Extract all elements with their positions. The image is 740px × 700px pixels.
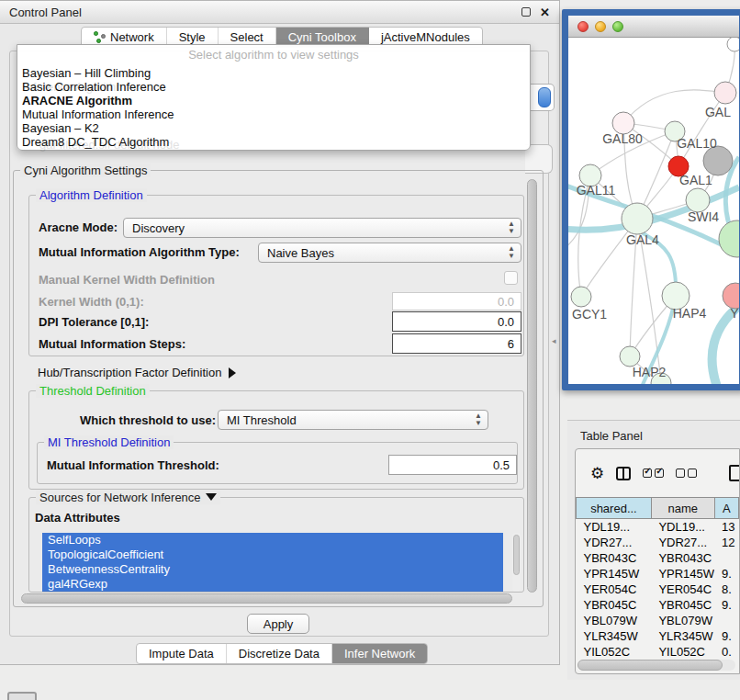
table-row[interactable]: YIL052C YIL052C 0. <box>577 644 739 660</box>
algorithm-option[interactable]: Mutual Information Inference <box>22 107 525 121</box>
close-window-icon[interactable] <box>577 21 589 32</box>
mi-type-combo[interactable]: Naive Bayes ▲▼ <box>258 243 521 263</box>
expand-right-icon <box>229 367 236 378</box>
attribute-list-scrollbar[interactable] <box>512 533 521 592</box>
manual-kernel-checkbox[interactable] <box>504 271 518 285</box>
bottom-corner-icon[interactable] <box>7 692 37 700</box>
attribute-item-selected[interactable]: BetweennessCentrality <box>42 562 503 577</box>
export-table-icon[interactable] <box>729 465 740 481</box>
table-row[interactable]: YER054C YER054C 8. <box>577 581 739 597</box>
tab-infer-network[interactable]: Infer Network <box>332 644 427 663</box>
network-window-titlebar <box>568 16 739 38</box>
network-view-window: GALGAL80GAL10GAL1GAL11SWI4GAL4GCY1HAP4YH… <box>562 9 740 390</box>
control-panel-titlebar: Control Panel ✕ <box>0 1 559 24</box>
table-toolbar: ⚙ <box>576 449 739 497</box>
table-row[interactable]: YLR345W YLR345W 9. <box>577 628 739 644</box>
algorithm-option[interactable]: Bayesian – K2 <box>22 121 525 135</box>
network-node <box>620 346 640 367</box>
table-panel-title: Table Panel <box>580 429 643 443</box>
network-node-label: GAL11 <box>577 183 616 198</box>
zoom-window-icon[interactable] <box>612 21 623 32</box>
dpi-tolerance-label: DPI Tolerance [0,1]: <box>39 315 149 329</box>
data-attributes-list: SelfLoops TopologicalCoefficient Between… <box>42 533 512 592</box>
float-panel-icon[interactable] <box>521 7 531 17</box>
algorithm-option[interactable]: Basic Correlation Inference <box>22 80 525 94</box>
table-horizontal-scrollbar[interactable] <box>577 660 735 671</box>
data-attributes-label: Data Attributes <box>35 511 120 525</box>
table-row[interactable]: YBR045C YBR045C 9. <box>577 597 739 613</box>
mi-steps-field[interactable]: 6 <box>392 333 521 354</box>
deselect-all-icon[interactable] <box>676 469 697 478</box>
table-row[interactable]: YPR145W YPR145W 9. <box>577 566 739 581</box>
sources-legend[interactable]: Sources for Network Inference <box>36 491 220 504</box>
network-node <box>719 220 739 257</box>
tab-impute-data[interactable]: Impute Data <box>137 644 227 663</box>
threshold-definition-legend: Threshold Definition <box>36 384 150 398</box>
attribute-item-selected[interactable]: SelfLoops <box>42 533 503 548</box>
algorithm-placeholder: Select algorithm to view settings <box>17 48 530 62</box>
column-header-partial[interactable]: A <box>714 498 738 519</box>
kernel-width-field[interactable]: 0.0 <box>392 292 521 310</box>
bottom-tab-bar: Impute Data Discretize Data Infer Networ… <box>136 643 428 664</box>
which-threshold-label: Which threshold to use: <box>80 413 216 427</box>
table-row[interactable]: YBR043C YBR043C <box>577 550 739 566</box>
column-header-shared-name[interactable]: shared... <box>577 498 652 519</box>
control-panel-window: Control Panel ✕ Network Style Select Cyn… <box>0 0 560 665</box>
hub-definition-toggle[interactable]: Hub/Transcription Factor Definition <box>38 366 236 379</box>
network-node-label: Y <box>730 306 739 321</box>
select-all-icon[interactable] <box>643 469 664 478</box>
settings-vertical-scrollbar[interactable] <box>526 179 538 593</box>
network-canvas[interactable]: GALGAL80GAL10GAL1GAL11SWI4GAL4GCY1HAP4YH… <box>568 38 739 384</box>
algorithm-dropdown-popup: Select algorithm to view settings Infere… <box>17 44 531 151</box>
aracne-mode-combo[interactable]: Discovery ▲▼ <box>123 218 521 238</box>
cyni-settings-group: Cyni Algorithm Settings Algorithm Defini… <box>13 170 544 607</box>
settings-horizontal-scrollbar[interactable] <box>21 593 528 604</box>
aracne-mode-label: Aracne Mode: <box>39 220 118 234</box>
attribute-item-selected[interactable]: TopologicalCoefficient <box>42 548 503 562</box>
mi-threshold-group: MI Threshold Definition Mutual Informati… <box>37 442 518 484</box>
algorithm-option[interactable]: Dream8 DC_TDC Algorithm <box>22 135 525 149</box>
table-row[interactable]: YBL079W YBL079W <box>577 613 739 628</box>
table-panel: Table Panel ⚙ shared... name A YD <box>567 420 740 680</box>
threshold-definition-group: Threshold Definition Which threshold to … <box>28 390 524 490</box>
mi-steps-label: Mutual Information Steps: <box>39 337 185 351</box>
collapse-down-icon <box>206 493 217 501</box>
network-node <box>571 287 591 307</box>
gear-icon[interactable]: ⚙ <box>590 464 604 483</box>
node-table: shared... name A YDL19... YDL19... 13 YD… <box>576 497 739 660</box>
tab-discretize-data[interactable]: Discretize Data <box>227 644 332 663</box>
algorithm-list: Bayesian – Hill Climbing Basic Correlati… <box>22 66 525 149</box>
minimize-window-icon[interactable] <box>595 21 606 32</box>
manual-kernel-label: Manual Kernel Width Definition <box>39 273 215 287</box>
network-node-label: GAL1 <box>679 173 712 187</box>
attribute-item-selected[interactable]: gal4RGexp <box>42 577 503 592</box>
algorithm-option[interactable]: Bayesian – Hill Climbing <box>22 66 525 80</box>
network-node-label: GCY1 <box>572 307 607 322</box>
column-header-name[interactable]: name <box>651 498 714 519</box>
mi-threshold-field[interactable]: 0.5 <box>388 455 517 475</box>
table-panel-window: ⚙ shared... name A YDL19... YDL19.. <box>575 448 740 674</box>
network-node-label: SWI4 <box>688 209 719 224</box>
combo-arrows-icon: ▲▼ <box>475 412 482 427</box>
network-node-label: GAL4 <box>626 232 659 247</box>
mi-type-label: Mutual Information Algorithm Type: <box>39 245 240 259</box>
algorithm-option[interactable]: ARACNE Algorithm <box>22 94 525 107</box>
panel-title: Control Panel <box>9 6 82 19</box>
algorithm-definition-group: Algorithm Definition Aracne Mode: Discov… <box>28 195 524 356</box>
sources-group: Sources for Network Inference Data Attri… <box>28 497 524 593</box>
network-node-label: GAL80 <box>602 131 643 146</box>
network-node <box>622 203 653 234</box>
network-node-label: GAL10 <box>677 136 717 151</box>
close-panel-icon[interactable]: ✕ <box>540 6 550 19</box>
table-row[interactable]: YDR27... YDR27... 12 <box>577 535 739 550</box>
algorithm-combo-remnant <box>531 84 555 111</box>
combo-arrows-icon: ▲▼ <box>508 245 515 260</box>
table-row[interactable]: YDL19... YDL19... 13 <box>577 519 739 535</box>
network-node-label: HAP4 <box>673 306 707 321</box>
column-selector-icon[interactable] <box>616 467 631 480</box>
which-threshold-combo[interactable]: MI Threshold ▲▼ <box>218 410 488 430</box>
dpi-tolerance-field[interactable]: 0.0 <box>392 311 521 332</box>
apply-button[interactable]: Apply <box>247 614 309 634</box>
network-node <box>714 82 736 104</box>
panel-splitter-handle[interactable]: ◂ <box>552 336 556 345</box>
